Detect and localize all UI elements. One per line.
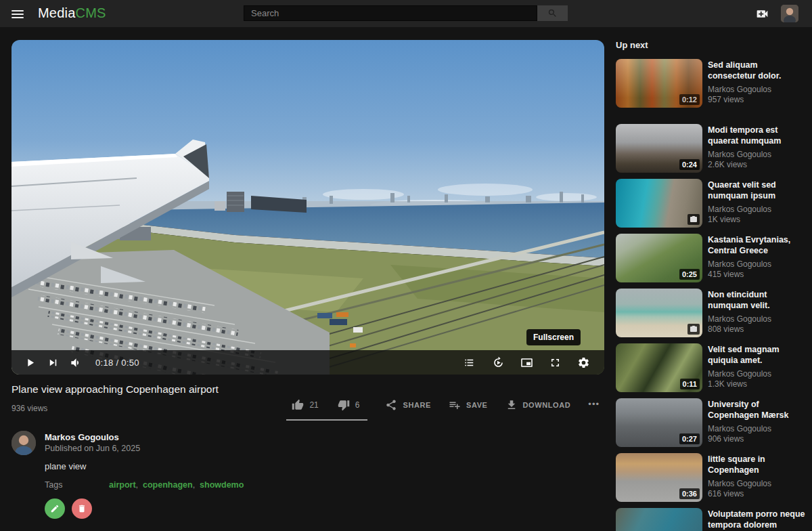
video-thumbnail[interactable] [616, 179, 702, 228]
download-button[interactable]: DOWNLOAD [505, 398, 571, 411]
tag-link[interactable]: copenhagen [143, 480, 193, 490]
item-info: Modi tempora est quaerat numquam Markos … [708, 124, 807, 173]
trash-icon [77, 504, 87, 513]
top-bar: MediaCMS [0, 0, 812, 27]
item-info: Sed aliquam consectetur dolor. Markos Go… [708, 59, 807, 108]
dislike-count: 6 [355, 400, 360, 410]
like-ratio-bar: 21 6 [286, 398, 367, 421]
up-next-item[interactable]: 0:36 little square in Copenhagen center,… [616, 453, 807, 502]
delete-media-button[interactable] [72, 498, 92, 519]
item-title[interactable]: Sed aliquam consectetur dolor. [708, 60, 807, 81]
playlist-add-icon [449, 399, 461, 411]
item-title[interactable]: Velit sed magnam quiquia amet. [708, 344, 807, 366]
author-name[interactable]: Markos Gogoulos [45, 432, 119, 442]
duration-badge: 0:12 [679, 94, 700, 105]
up-next-item[interactable]: 0:12 Sed aliquam consectetur dolor. Mark… [616, 59, 807, 108]
page-title: Plane view approaching Copenhagen airpor… [12, 383, 418, 396]
item-info: Kastania Evrytanias, Central Greece Mark… [708, 234, 807, 282]
video-description: plane view [45, 461, 86, 471]
video-frame[interactable] [12, 40, 604, 375]
item-title[interactable]: Quaerat velit sed numquam ipsum magnam. [708, 179, 807, 201]
upload-media-button[interactable] [754, 6, 770, 21]
tag-link[interactable]: showdemo [200, 480, 244, 490]
user-avatar[interactable] [781, 5, 798, 22]
mediacms-page: MediaCMS [0, 0, 812, 531]
share-button[interactable]: SHARE [385, 398, 431, 411]
video-thumbnail[interactable]: 0:11 [616, 343, 702, 392]
up-next-item[interactable]: 0:27 University of Copenhagen Mærsk Towe… [616, 398, 807, 447]
up-next-item[interactable]: 0:11 Velit sed magnam quiquia amet. Mark… [616, 343, 807, 392]
thumb-up-icon [292, 399, 304, 411]
more-options-button[interactable]: ••• [588, 398, 600, 409]
video-thumbnail[interactable]: 0:27 [616, 398, 702, 447]
item-author: Markos Gogoulos [708, 259, 807, 269]
up-next-item[interactable]: Quaerat velit sed numquam ipsum magnam. … [616, 179, 807, 228]
up-next-sidebar: Up next 0:12 Sed aliquam consectetur dol… [616, 40, 807, 531]
item-info: Non etincidunt numquam velit. Markos Gog… [708, 289, 807, 337]
tag-link[interactable]: airport [109, 480, 136, 490]
menu-icon[interactable] [9, 6, 26, 21]
view-count: 936 views [12, 404, 47, 413]
search-button[interactable] [537, 5, 568, 21]
like-button[interactable]: 21 [292, 399, 318, 411]
up-next-title: Up next [616, 40, 807, 50]
tags-label: Tags [45, 480, 109, 490]
publish-date: Published on Jun 6, 2025 [45, 444, 140, 453]
pip-button[interactable] [512, 350, 541, 375]
item-views: 616 views [708, 489, 807, 498]
item-title[interactable]: Non etincidunt numquam velit. [708, 289, 807, 311]
fullscreen-icon [549, 356, 562, 369]
user-avatar-photo [781, 5, 798, 22]
skip-next-icon [47, 356, 60, 369]
dislike-button[interactable]: 6 [338, 399, 360, 411]
item-author: Markos Gogoulos [708, 150, 807, 159]
tag-separator: , [193, 480, 200, 490]
playlist-icon [464, 356, 476, 369]
tag-separator: , [136, 480, 143, 490]
volume-button[interactable] [64, 350, 87, 375]
video-thumbnail[interactable]: 0:12 [616, 59, 702, 108]
author-avatar-photo [12, 431, 36, 455]
item-author: Markos Gogoulos [708, 369, 807, 379]
video-thumbnail[interactable]: 0:36 [616, 453, 702, 502]
next-button[interactable] [41, 350, 64, 375]
item-title[interactable]: Voluptatem porro neque tempora dolorem q… [708, 509, 807, 530]
video-thumbnail[interactable]: 0:24 [616, 124, 702, 173]
video-thumbnail[interactable] [616, 508, 702, 531]
author-avatar[interactable] [12, 431, 36, 455]
video-thumbnail[interactable] [616, 289, 702, 337]
item-title[interactable]: University of Copenhagen Mærsk Tower [708, 399, 807, 421]
item-views: 415 views [708, 270, 807, 279]
playlist-button[interactable] [455, 350, 484, 375]
edit-media-button[interactable] [45, 498, 65, 519]
duration-badge: 0:25 [679, 269, 700, 280]
item-title[interactable]: little square in Copenhagen center,showd… [708, 454, 807, 475]
autoplay-button[interactable] [484, 350, 512, 375]
play-button[interactable] [18, 350, 41, 375]
tags-row: Tags airport, copenhagen, showdemo [45, 480, 244, 490]
share-icon [385, 399, 397, 411]
item-views: 808 views [708, 324, 807, 334]
video-player: Fullscreen 0:18 / 0:50 [12, 40, 604, 375]
app-logo[interactable]: MediaCMS [38, 5, 106, 21]
fullscreen-button[interactable] [541, 350, 569, 375]
image-type-badge [687, 324, 700, 335]
settings-button[interactable] [569, 350, 597, 375]
save-button[interactable]: SAVE [449, 398, 488, 411]
up-next-item[interactable]: 0:25 Kastania Evrytanias, Central Greece… [616, 234, 807, 282]
action-bar: 21 6 SHARE SAVE DOWNLOAD ••• [286, 398, 600, 421]
duration-badge: 0:36 [679, 488, 700, 499]
up-next-item[interactable]: Non etincidunt numquam velit. Markos Gog… [616, 289, 807, 337]
item-views: 957 views [708, 95, 807, 104]
item-title[interactable]: Modi tempora est quaerat numquam [708, 125, 807, 146]
download-icon [505, 399, 518, 411]
item-title[interactable]: Kastania Evrytanias, Central Greece [708, 234, 807, 256]
up-next-item[interactable]: 0:24 Modi tempora est quaerat numquam Ma… [616, 124, 807, 173]
video-thumbnail[interactable]: 0:25 [616, 234, 702, 282]
up-next-item[interactable]: Voluptatem porro neque tempora dolorem q… [616, 508, 807, 531]
logo-part2: CMS [75, 5, 106, 20]
search-bar [244, 5, 568, 21]
save-label: SAVE [466, 401, 488, 409]
item-author: Markos Gogoulos [708, 479, 807, 488]
search-input[interactable] [244, 5, 537, 21]
